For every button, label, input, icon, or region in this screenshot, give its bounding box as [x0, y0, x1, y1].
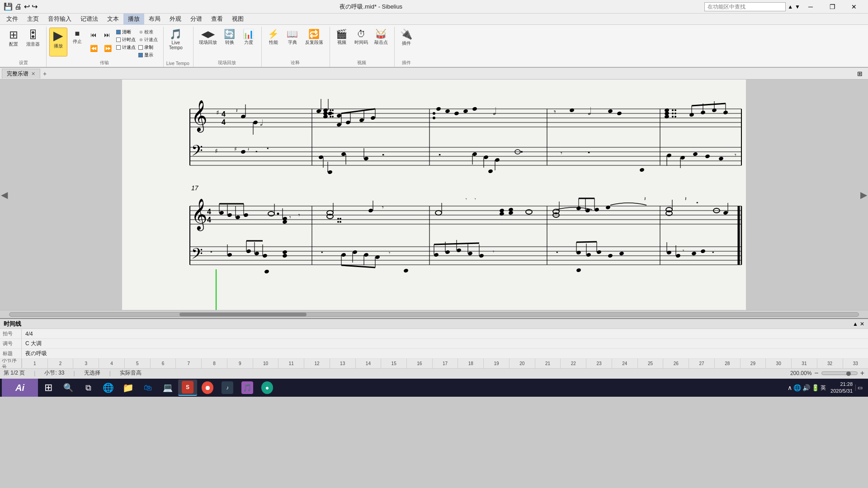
dynamics-button[interactable]: 📊 力度	[240, 28, 258, 56]
svg-point-67	[672, 116, 674, 117]
music-score: 𝄞 ♯ 4 4 𝄢 ♯ 𝄽 𝅗𝅥	[131, 84, 755, 305]
tray-lang[interactable]: 英	[821, 384, 826, 392]
svg-point-66	[672, 113, 674, 114]
tab-expand-button[interactable]: ⊞	[854, 70, 866, 77]
stop-button[interactable]: ■ 停止	[68, 28, 86, 56]
show-desktop-button[interactable]: ▭	[855, 385, 863, 391]
menu-parts[interactable]: 分谱	[186, 14, 207, 25]
menu-playback[interactable]: 播放	[123, 14, 144, 25]
menu-review[interactable]: 查看	[207, 14, 227, 25]
title-row-label: 标题	[0, 349, 22, 358]
tab-close-button[interactable]: ✕	[31, 71, 35, 77]
svg-point-229	[586, 253, 591, 257]
add-tempo-btn[interactable]: ⊙ 计速点	[137, 36, 160, 43]
computer-button[interactable]: 💻	[158, 380, 177, 396]
svg-point-190	[723, 211, 728, 215]
menu-layout[interactable]: 布局	[144, 14, 165, 25]
app-purple-button[interactable]: 🎵	[238, 380, 257, 396]
zoom-slider[interactable]	[821, 371, 858, 375]
live-playback-button[interactable]: ◀▶ 现场回放	[196, 28, 220, 56]
hit-points-button[interactable]: 🥁 敲击点	[372, 28, 391, 56]
task-view-button[interactable]: ⧉	[79, 380, 98, 396]
score-area[interactable]: ◀ ▶	[0, 80, 868, 310]
performance-button[interactable]: ⚡ 性能	[264, 28, 283, 56]
zoom-out-button[interactable]: −	[814, 369, 818, 377]
tempo-checkbox	[116, 45, 121, 50]
page-prev-button[interactable]: ◀	[1, 189, 8, 200]
svg-text:𝅗𝅥: 𝅗𝅥	[493, 107, 496, 115]
scrollbar-thumb[interactable]	[179, 313, 307, 316]
live-playback-icon: ◀▶	[201, 29, 215, 38]
status-zoom: 200.00%	[790, 370, 811, 376]
tray-chevron[interactable]: ∧	[788, 384, 792, 391]
ai-badge[interactable]: Ai	[2, 379, 38, 397]
timeline-row-time-sig: 拍号 4/4	[0, 329, 868, 339]
tempo-point-check[interactable]: 计速点	[115, 44, 137, 51]
tray-network[interactable]: 🌐	[793, 384, 801, 391]
ribbon-search-input[interactable]	[704, 2, 786, 11]
dictionary-button[interactable]: 📖 字典	[283, 28, 302, 56]
tab-add-button[interactable]: +	[43, 70, 47, 77]
store-button[interactable]: 🛍	[138, 380, 157, 396]
timeline-expand-button[interactable]: ▲	[853, 321, 858, 327]
ruler-number-11: 11	[278, 359, 304, 368]
app-teal-button[interactable]: ●	[258, 380, 277, 396]
timeline-close-button[interactable]: ✕	[860, 321, 864, 327]
zoom-slider-thumb[interactable]	[846, 371, 851, 376]
zoom-in-button[interactable]: +	[860, 369, 864, 377]
clear-check[interactable]: 清晰	[115, 28, 137, 36]
app-red-button[interactable]: ⏺	[198, 380, 217, 396]
menu-text[interactable]: 文本	[103, 14, 123, 25]
fast-forward-button[interactable]: ⏭	[101, 29, 113, 42]
next-button[interactable]: ⏩	[101, 43, 114, 56]
app-dark-button[interactable]: ♪	[218, 380, 237, 396]
display-check[interactable]: 显示	[137, 52, 160, 59]
minimize-button[interactable]: ─	[800, 0, 821, 14]
sibelius-taskbar-btn[interactable]: S	[178, 380, 197, 396]
video-button[interactable]: 🎬 视频	[333, 28, 351, 56]
svg-point-203	[282, 253, 288, 258]
configure-icon: ⊞	[9, 29, 18, 40]
tab-full-score[interactable]: 完整乐谱 ✕	[2, 69, 40, 79]
search-down-icon[interactable]: ▼	[795, 4, 800, 10]
interpretation-buttons: ⚡ 性能 📖 字典 🔁 反复段落	[264, 27, 326, 60]
convert-button[interactable]: 🔄 转换	[221, 28, 239, 56]
mixer-button[interactable]: 🎛 混音器	[24, 28, 42, 56]
svg-point-240	[691, 251, 697, 256]
start-button[interactable]: ⊞	[39, 380, 58, 396]
menu-notation[interactable]: 记谱法	[76, 14, 103, 25]
menu-note-input[interactable]: 音符输入	[43, 14, 76, 25]
restore-button[interactable]: ❐	[822, 0, 843, 14]
search-up-icon[interactable]: ▲	[788, 4, 793, 10]
rewind-button[interactable]: ⏮	[87, 29, 100, 42]
search-button[interactable]: 🔍	[59, 380, 78, 396]
svg-text:𝄺: 𝄺	[712, 250, 714, 256]
tray-volume[interactable]: 🔊	[802, 384, 810, 391]
menu-home[interactable]: 主页	[23, 14, 43, 25]
horizontal-scrollbar[interactable]	[0, 310, 868, 318]
ruler-number-31: 31	[791, 359, 817, 368]
ribbon-group-interpretation: ⚡ 性能 📖 字典 🔁 反复段落 诠释	[263, 27, 330, 67]
close-button[interactable]: ✕	[844, 0, 864, 14]
time-sig-value: 4/4	[22, 331, 33, 337]
configure-button[interactable]: ⊞ 配置	[5, 28, 23, 56]
scrollbar-track[interactable]	[9, 312, 859, 317]
calibrate-btn[interactable]: ⊙ 校准	[137, 28, 160, 36]
page-next-button[interactable]: ▶	[860, 189, 867, 200]
explorer-button[interactable]: 📁	[118, 380, 137, 396]
clear-checkbox	[116, 30, 121, 34]
live-tempo-button[interactable]: 🎵 LiveTempo	[166, 28, 185, 56]
metronome-check[interactable]: 计时点	[115, 36, 137, 43]
menu-appearance[interactable]: 外观	[165, 14, 186, 25]
svg-point-54	[463, 109, 468, 113]
timecode-button[interactable]: ⏱ 时间码	[352, 28, 371, 56]
menu-file[interactable]: 文件	[2, 14, 23, 25]
play-button[interactable]: ▶ 播放	[49, 28, 67, 56]
edge-button[interactable]: 🌐	[99, 380, 118, 396]
menu-view[interactable]: 视图	[227, 14, 248, 25]
record-check[interactable]: 录制	[137, 44, 160, 51]
plugin-button[interactable]: 🔌 插件	[397, 28, 415, 56]
tray-battery[interactable]: 🔋	[811, 384, 819, 391]
prev-button[interactable]: ⏪	[87, 43, 100, 56]
repeats-button[interactable]: 🔁 反复段落	[302, 28, 326, 56]
